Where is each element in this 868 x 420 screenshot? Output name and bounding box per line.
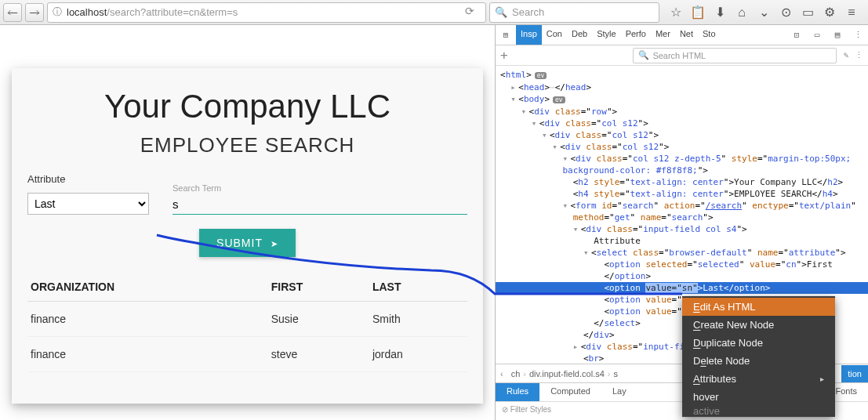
tab-storage[interactable]: Sto <box>698 25 721 45</box>
url-text: localhost/search?attribute=cn&term=s <box>67 6 460 18</box>
results-table: ORGANIZATION FIRST LAST finance Susie Sm… <box>27 273 467 372</box>
tab-performance[interactable]: Perfo <box>621 25 651 45</box>
back-button[interactable]: 🡐 <box>3 3 22 22</box>
add-node-icon[interactable]: + <box>500 48 508 63</box>
browser-search[interactable]: 🔍 Search <box>489 2 659 23</box>
devtools-tabs: ⊞ Insp Con Deb Style Perfo Mer Net Sto ⊡… <box>496 25 868 45</box>
computed-tab[interactable]: Computed <box>539 383 601 401</box>
company-card: Your Company LLC EMPLOYEE SEARCH Attribu… <box>12 68 483 404</box>
settings-icon[interactable]: ▤ <box>827 25 848 45</box>
tab-inspector[interactable]: Insp <box>516 25 542 45</box>
tab-style[interactable]: Style <box>592 25 620 45</box>
forward-button[interactable]: 🡒 <box>25 3 44 22</box>
library-icon[interactable]: 📋 <box>691 5 705 20</box>
tab-network[interactable]: Net <box>675 25 698 45</box>
hamburger-icon[interactable]: ≡ <box>844 5 859 20</box>
edit-icon[interactable]: ⋮ <box>855 50 863 60</box>
tab-console[interactable]: Con <box>542 25 567 45</box>
devtools-subbar: + 🔍 Search HTML ✎ ⋮ <box>496 45 868 66</box>
reload-icon[interactable]: ⟳ <box>465 5 481 20</box>
search-icon: 🔍 <box>638 50 649 60</box>
browser-toolbar: 🡐 🡒 ⓘ localhost/search?attribute=cn&term… <box>0 0 868 25</box>
tab-memory[interactable]: Mer <box>651 25 675 45</box>
context-menu: Edit As HTML Create New Node Duplicate N… <box>682 296 835 417</box>
cm-delete-node[interactable]: Delete Node <box>682 352 835 370</box>
star-icon[interactable]: ☆ <box>669 5 683 20</box>
col-last: LAST <box>369 273 467 302</box>
selected-dom-node[interactable]: <option value="sn">Last</option> <box>496 282 868 294</box>
layout-tab[interactable]: Lay <box>601 383 637 401</box>
cm-create-new-node[interactable]: Create New Node <box>682 316 835 334</box>
cm-active[interactable]: active <box>682 406 835 415</box>
submit-button[interactable]: SUBMIT <box>199 229 296 257</box>
search-term-input[interactable] <box>173 194 467 215</box>
col-first: FIRST <box>268 273 369 302</box>
search-term-label: Search Term <box>173 183 467 193</box>
page-content: Your Company LLC EMPLOYEE SEARCH Attribu… <box>0 25 495 420</box>
attribute-select[interactable]: Last <box>27 193 149 215</box>
panel-icon[interactable]: ▭ <box>801 5 815 20</box>
cm-edit-as-html[interactable]: Edit As HTML <box>682 298 835 316</box>
pocket-icon[interactable]: ⌄ <box>757 5 771 20</box>
cm-duplicate-node[interactable]: Duplicate Node <box>682 334 835 352</box>
cm-attributes[interactable]: Attributes▸ <box>682 370 835 388</box>
page-title: Your Company LLC <box>27 88 467 125</box>
cm-hover[interactable]: hover <box>682 388 835 406</box>
breadcrumb-selected[interactable]: tion <box>841 365 868 382</box>
attribute-label: Attribute <box>27 173 149 185</box>
sync-icon[interactable]: ⊙ <box>779 5 793 20</box>
eyedropper-icon[interactable]: ✎ <box>843 50 848 60</box>
page-subtitle: EMPLOYEE SEARCH <box>27 133 467 158</box>
breadcrumb-back-icon[interactable]: ‹ <box>496 369 508 378</box>
table-row: finance Susie Smith <box>27 302 467 337</box>
search-html-input[interactable]: 🔍 Search HTML <box>633 48 837 63</box>
rules-tab[interactable]: Rules <box>496 383 539 401</box>
search-placeholder: Search <box>512 6 544 18</box>
close-devtools-icon[interactable]: ⋮ <box>848 25 868 45</box>
devtools-icon[interactable]: ⚙ <box>823 5 837 20</box>
home-icon[interactable]: ⌂ <box>735 5 749 20</box>
inspect-element-icon[interactable]: ⊞ <box>496 25 516 45</box>
search-icon: 🔍 <box>495 6 507 18</box>
download-icon[interactable]: ⬇ <box>713 5 727 20</box>
dock-icon[interactable]: ▭ <box>807 25 827 45</box>
url-bar[interactable]: ⓘ localhost/search?attribute=cn&term=s ⟳ <box>47 2 486 23</box>
responsive-icon[interactable]: ⊡ <box>786 25 807 45</box>
table-row: finance steve jordan <box>27 337 467 372</box>
info-icon: ⓘ <box>53 5 62 19</box>
toolbar-icons: ☆ 📋 ⬇ ⌂ ⌄ ⊙ ▭ ⚙ ≡ <box>663 5 865 20</box>
tab-debugger[interactable]: Deb <box>567 25 592 45</box>
col-org: ORGANIZATION <box>27 273 268 302</box>
